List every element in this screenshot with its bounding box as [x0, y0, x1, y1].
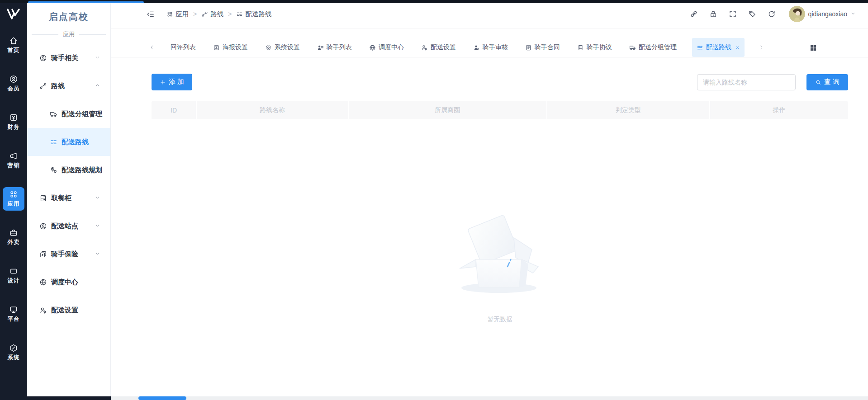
sidebar-item-insurance[interactable]: 骑手保险: [27, 240, 110, 268]
rail-item-label: 首页: [8, 47, 20, 54]
sidebar-item-label: 配送路线: [62, 138, 89, 146]
breadcrumb-item[interactable]: 路线: [201, 10, 223, 19]
app-screen: 首页会员财务营销应用外卖设计平台系统 启点高校 应用 骑手相关路线配送分组管理配…: [0, 0, 868, 400]
link-button[interactable]: [690, 10, 698, 18]
delivery-settings-icon: [39, 306, 47, 314]
tab-label: 系统设置: [275, 43, 300, 52]
rail-item-member[interactable]: 会员: [3, 72, 24, 95]
delivery-settings-icon: [421, 44, 428, 51]
rail-item-design[interactable]: 设计: [3, 264, 24, 287]
topbar-actions: qidiangaoxiao: [690, 6, 856, 22]
apps-icon: [9, 190, 18, 199]
query-button[interactable]: 查 询: [806, 74, 848, 90]
sidebar-item-label: 配送路线规划: [62, 166, 102, 174]
tab-close-button[interactable]: [735, 45, 740, 50]
tab-label: 海报设置: [223, 43, 248, 52]
top-scroll-thumb[interactable]: [28, 1, 144, 3]
routes-table: ID路线名称所属商圈判定类型操作: [152, 101, 848, 324]
poster-icon: [213, 44, 220, 51]
empty-state: 暂无数据: [152, 214, 848, 324]
sidebar-item-label: 配送设置: [51, 306, 78, 315]
username: qidiangaoxiao: [808, 10, 847, 18]
lock-button[interactable]: [709, 10, 717, 18]
chevron-down-icon: [95, 251, 100, 257]
tab-label: 骑手合同: [535, 43, 560, 52]
tenant-title: 启点高校: [27, 11, 110, 23]
tab-配送分组管理[interactable]: 配送分组管理: [627, 38, 678, 57]
tab-系统设置[interactable]: 系统设置: [263, 38, 302, 57]
tab-调度中心[interactable]: 调度中心: [367, 38, 406, 57]
tab-配送路线[interactable]: 配送路线: [692, 38, 745, 57]
sidebar-item-group-manage[interactable]: 配送分组管理: [27, 100, 110, 128]
rail-item-apps[interactable]: 应用: [3, 187, 24, 211]
brand-logo[interactable]: [6, 6, 21, 22]
tabbar: 回评列表海报设置系统设置骑手列表调度中心配送设置骑手审核骑手合同骑手协议配送分组…: [111, 28, 868, 57]
chevron-down-icon: [95, 195, 100, 201]
breadcrumb-label: 应用: [175, 10, 189, 19]
rail-item-finance[interactable]: 财务: [3, 110, 24, 134]
breadcrumb-item[interactable]: 配送路线: [236, 10, 271, 19]
chevron-up-icon: [95, 82, 100, 90]
divider-line: [32, 34, 58, 35]
tabs-scroll-right-button[interactable]: [758, 44, 764, 51]
sidebar-item-delivery-set[interactable]: 配送设置: [27, 296, 110, 324]
tab-骑手协议[interactable]: 骑手协议: [575, 38, 614, 57]
rail-item-marketing[interactable]: 营销: [3, 149, 24, 172]
logo-icon: [6, 6, 21, 22]
rail-item-takeout[interactable]: 外卖: [3, 226, 24, 249]
top-window-strip: [0, 0, 868, 3]
sidebar-item-label: 取餐柜: [51, 194, 71, 202]
tab-options-button[interactable]: [809, 44, 817, 52]
tag-button[interactable]: [748, 10, 756, 18]
tab-海报设置[interactable]: 海报设置: [211, 38, 250, 57]
sidebar-item-station[interactable]: 配送站点: [27, 212, 110, 240]
agreement-icon: [577, 44, 584, 51]
tabs-scroll-left-button[interactable]: [149, 44, 155, 51]
fullscreen-button[interactable]: [729, 10, 737, 18]
breadcrumb-separator: >: [228, 10, 232, 18]
table-header-所属商圈: 所属商圈: [349, 101, 547, 119]
sidebar-section-label: 应用: [63, 30, 75, 38]
rail-item-label: 营销: [8, 162, 20, 169]
rail-item-label: 系统: [8, 354, 20, 362]
add-button[interactable]: 添 加: [152, 74, 192, 90]
tab-配送设置[interactable]: 配送设置: [419, 38, 458, 57]
tab-骑手合同[interactable]: 骑手合同: [523, 38, 562, 57]
sidebar-menu: 骑手相关路线配送分组管理配送路线配送路线规划取餐柜配送站点骑手保险调度中心配送设…: [27, 44, 110, 324]
sidebar-item-meal-cabinet[interactable]: 取餐柜: [27, 184, 110, 212]
chevron-down-icon: [95, 250, 100, 258]
breadcrumb-item[interactable]: 应用: [166, 10, 189, 19]
rail-item-label: 外卖: [8, 239, 20, 246]
tab-骑手列表[interactable]: 骑手列表: [315, 38, 354, 57]
rail-item-platform[interactable]: 平台: [3, 302, 24, 326]
tab-回评列表[interactable]: 回评列表: [169, 38, 198, 57]
sidebar-item-delivery-route[interactable]: 配送路线: [27, 128, 110, 156]
rail-item-system[interactable]: 系统: [3, 341, 24, 364]
scrollbar-thumb[interactable]: [138, 396, 186, 400]
toolbar: 添 加 查 询: [152, 74, 848, 90]
sidebar-item-dispatch[interactable]: 调度中心: [27, 268, 110, 296]
tag-icon: [748, 10, 756, 18]
sidebar-fold-button[interactable]: [146, 10, 155, 19]
dispatch-icon: [369, 44, 376, 51]
sidebar-item-route[interactable]: 路线: [27, 72, 110, 100]
table-header-row: ID路线名称所属商圈判定类型操作: [152, 101, 848, 119]
sidebar-item-label: 骑手保险: [51, 250, 78, 259]
fullscreen-icon: [729, 10, 737, 18]
user-caret-button: [850, 10, 856, 18]
horizontal-scrollbar[interactable]: [111, 396, 868, 400]
route-name-search-input[interactable]: [697, 74, 796, 90]
divider-line: [79, 34, 106, 35]
rail-item-label: 财务: [8, 123, 20, 131]
sidebar-item-route-plan[interactable]: 配送路线规划: [27, 156, 110, 184]
user-menu[interactable]: qidiangaoxiao: [787, 6, 856, 22]
rail-item-home[interactable]: 首页: [3, 33, 24, 57]
empty-box-illustration: [448, 214, 552, 300]
tab-骑手审核[interactable]: 骑手审核: [471, 38, 510, 57]
page-content: 添 加 查 询 ID路线名称所属商圈判定类型操作: [111, 57, 868, 396]
truck-icon: [50, 110, 57, 118]
refresh-button[interactable]: [768, 10, 776, 18]
insurance-icon: [39, 250, 47, 258]
sidebar-item-rider-related[interactable]: 骑手相关: [27, 44, 110, 72]
pins-icon: [50, 166, 57, 174]
